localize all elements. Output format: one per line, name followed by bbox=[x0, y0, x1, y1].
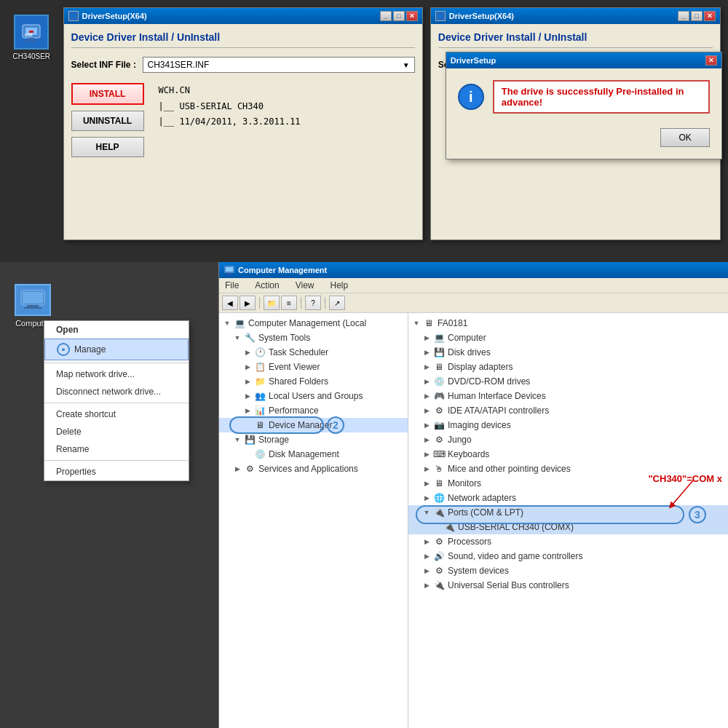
dev-jungo[interactable]: ▶ ⚙ Jungo bbox=[408, 432, 728, 447]
tb-sep-2 bbox=[301, 297, 301, 309]
inf-dropdown[interactable]: CH341SER.INF ▼ bbox=[143, 57, 415, 73]
help-button[interactable]: HELP bbox=[71, 137, 144, 157]
svg-rect-11 bbox=[226, 267, 233, 272]
comp-mgmt-title: Computer Management bbox=[238, 266, 327, 274]
ok-button[interactable]: OK bbox=[660, 128, 709, 147]
driver-info: WCH.CN |__ USB-SERIAL CH340 |__ 11/04/20… bbox=[159, 83, 415, 157]
dev-keyboards[interactable]: ▶ ⌨ Keyboards bbox=[408, 447, 728, 462]
tree-event-viewer[interactable]: ▶ 📋 Event Viewer bbox=[219, 360, 408, 374]
close-btn-1[interactable]: ✕ bbox=[406, 11, 418, 21]
dev-disk-drives[interactable]: ▶ 💾 Disk drives bbox=[408, 345, 728, 360]
success-dialog-title: DriverSetup bbox=[451, 56, 496, 65]
dev-usb-serial-ch340[interactable]: 🔌 USB-SERIAL CH340 (COMX) bbox=[408, 520, 728, 534]
bottom-section: Comput... Open ● Manage Map network driv… bbox=[0, 262, 728, 728]
close-btn-2[interactable]: ✕ bbox=[704, 11, 716, 21]
manage-circle-icon: ● bbox=[57, 343, 70, 356]
tree-device-manager[interactable]: 🖥 Device Manager bbox=[219, 418, 408, 432]
comp-mgmt-window: Computer Management File Action View Hel… bbox=[218, 262, 728, 728]
tree-performance[interactable]: ▶ 📊 Performance bbox=[219, 403, 408, 418]
svg-rect-2 bbox=[28, 38, 34, 40]
ctx-create-shortcut[interactable]: Create shortcut bbox=[44, 405, 189, 423]
tb-list-btn[interactable]: ≡ bbox=[281, 296, 297, 310]
success-dialog: DriverSetup ✕ i The drive is successfull… bbox=[446, 52, 722, 159]
tree-system-tools[interactable]: ▼ 🔧 System Tools bbox=[219, 331, 408, 345]
driver-content: INSTALL UNINSTALL HELP WCH.CN |__ USB-SE… bbox=[71, 83, 415, 157]
svg-text:USB: USB bbox=[25, 33, 33, 37]
tree-services-apps[interactable]: ▶ ⚙ Services and Applications bbox=[219, 462, 408, 476]
tb-back-btn[interactable]: ◀ bbox=[222, 296, 238, 310]
dev-network-adapters[interactable]: ▶ 🌐 Network adapters bbox=[408, 491, 728, 505]
desktop-icon-label: CH340SER bbox=[12, 52, 50, 60]
tb-sep-3 bbox=[325, 297, 325, 309]
dev-dvd-cdrom[interactable]: ▶ 💿 DVD/CD-ROM drives bbox=[408, 374, 728, 389]
tree-shared-folders[interactable]: ▶ 📁 Shared Folders bbox=[219, 374, 408, 389]
ctx-map-network[interactable]: Map network drive... bbox=[44, 365, 189, 383]
driver-body-1: Device Driver Install / UnInstall Select… bbox=[64, 24, 422, 240]
menu-file[interactable]: File bbox=[222, 280, 242, 291]
driver-titlebar-2: DriverSetup(X64) _ □ ✕ bbox=[431, 8, 720, 24]
tb-forward-btn[interactable]: ▶ bbox=[240, 296, 256, 310]
dev-imaging[interactable]: ▶ 📷 Imaging devices bbox=[408, 418, 728, 432]
success-message: The drive is successfully Pre-installed … bbox=[493, 80, 710, 114]
dropdown-arrow-icon: ▼ bbox=[403, 61, 410, 69]
dev-hid[interactable]: ▶ 🎮 Human Interface Devices bbox=[408, 389, 728, 403]
uninstall-button[interactable]: UNINSTALL bbox=[71, 111, 144, 131]
tb-sep-1 bbox=[259, 297, 260, 309]
maximize-btn-2[interactable]: □ bbox=[691, 11, 703, 21]
dev-system-devices[interactable]: ▶ ⚙ System devices bbox=[408, 563, 728, 578]
svg-rect-3 bbox=[25, 40, 37, 41]
driver-titlebar-1: DriverSetup(X64) _ □ ✕ bbox=[64, 8, 422, 24]
win-controls-1: _ □ ✕ bbox=[380, 11, 418, 21]
titlebar-icon-2 bbox=[435, 11, 446, 21]
dev-fa0181[interactable]: ▼ 🖥 FA0181 bbox=[408, 316, 728, 331]
success-close-btn[interactable]: ✕ bbox=[705, 55, 717, 66]
ctx-delete[interactable]: Delete bbox=[44, 423, 189, 440]
right-device-panel: ▼ 🖥 FA0181 ▶ 💻 Computer ▶ 💾 Disk drives … bbox=[408, 313, 728, 728]
mgmt-content: ▼ 💻 Computer Management (Local ▼ 🔧 Syste… bbox=[219, 313, 728, 728]
tb-export-btn[interactable]: ↗ bbox=[329, 296, 345, 310]
tb-folder-btn[interactable]: 📁 bbox=[264, 296, 280, 310]
ctx-sep-1 bbox=[44, 363, 189, 363]
minimize-btn-2[interactable]: _ bbox=[678, 11, 689, 21]
dev-sound-video[interactable]: ▶ 🔊 Sound, video and game controllers bbox=[408, 549, 728, 563]
install-button[interactable]: INSTALL bbox=[71, 83, 144, 105]
mgmt-toolbar: ◀ ▶ 📁 ≡ ? ↗ bbox=[219, 293, 728, 313]
tb-help-btn[interactable]: ? bbox=[305, 296, 321, 310]
ctx-properties[interactable]: Properties bbox=[44, 463, 189, 480]
ctx-disconnect-network[interactable]: Disconnect network drive... bbox=[44, 383, 189, 400]
svg-rect-12 bbox=[227, 273, 232, 274]
success-body: i The drive is successfully Pre-installe… bbox=[446, 68, 721, 159]
tree-storage[interactable]: ▼ 💾 Storage bbox=[219, 432, 408, 447]
tree-task-scheduler[interactable]: ▶ 🕐 Task Scheduler bbox=[219, 345, 408, 360]
maximize-btn-1[interactable]: □ bbox=[393, 11, 405, 21]
dev-ide-ata[interactable]: ▶ ⚙ IDE ATA/ATAPI controllers bbox=[408, 403, 728, 418]
ctx-open[interactable]: Open bbox=[44, 321, 189, 339]
ctx-rename[interactable]: Rename bbox=[44, 440, 189, 458]
dev-ports[interactable]: ▼ 🔌 Ports (COM & LPT) bbox=[408, 505, 728, 520]
desktop-icon-area: USB CH340SER bbox=[7, 7, 56, 255]
ctx-manage[interactable]: ● Manage bbox=[44, 339, 189, 360]
dev-computer[interactable]: ▶ 💻 Computer bbox=[408, 331, 728, 345]
mgmt-menubar: File Action View Help bbox=[219, 278, 728, 293]
tree-disk-mgmt[interactable]: 💿 Disk Management bbox=[219, 447, 408, 462]
driver-title-1: DriverSetup(X64) bbox=[82, 12, 380, 20]
menu-view[interactable]: View bbox=[293, 280, 317, 291]
menu-help[interactable]: Help bbox=[328, 280, 352, 291]
driver-header-2: Device Driver Install / UnInstall bbox=[438, 31, 713, 48]
usb-desktop-icon[interactable]: USB bbox=[14, 15, 49, 50]
minimize-btn-1[interactable]: _ bbox=[380, 11, 392, 21]
tree-local-users[interactable]: ▶ 👥 Local Users and Groups bbox=[219, 389, 408, 403]
context-menu-area: Comput... Open ● Manage Map network driv… bbox=[0, 262, 218, 728]
comp-icon-graphic bbox=[15, 284, 51, 316]
menu-action[interactable]: Action bbox=[252, 280, 282, 291]
dev-display-adapters[interactable]: ▶ 🖥 Display adapters bbox=[408, 360, 728, 374]
driver-title-2: DriverSetup(X64) bbox=[449, 12, 678, 20]
dev-usb-controllers[interactable]: ▶ 🔌 Universal Serial Bus controllers bbox=[408, 578, 728, 593]
ch340-annotation: "CH340"=COM x bbox=[648, 473, 722, 484]
success-message-row: i The drive is successfully Pre-installe… bbox=[458, 80, 710, 114]
tree-comp-mgmt-local[interactable]: ▼ 💻 Computer Management (Local bbox=[219, 316, 408, 331]
svg-rect-8 bbox=[27, 305, 39, 307]
select-inf-row: Select INF File : CH341SER.INF ▼ bbox=[71, 57, 415, 73]
expand-icon: ▼ bbox=[222, 318, 232, 328]
dev-processors[interactable]: ▶ ⚙ Processors bbox=[408, 534, 728, 549]
